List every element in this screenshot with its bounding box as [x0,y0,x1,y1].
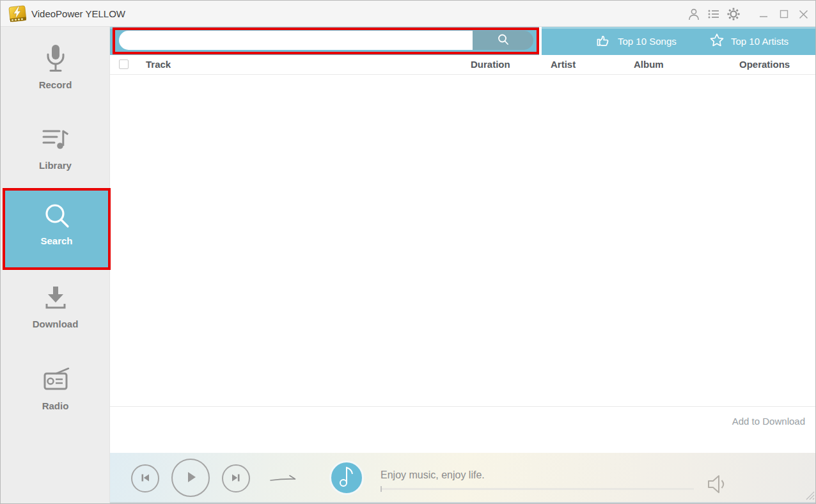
now-playing-text: Enjoy music, enjoy life. [381,469,485,481]
microphone-icon [1,43,110,74]
close-button[interactable] [795,6,812,22]
window-title: VideoPower YELLOW [31,1,125,27]
download-icon [1,283,110,313]
search-button[interactable] [473,31,533,50]
sidebar-label-download: Download [1,319,110,329]
speaker-icon [705,486,730,497]
titlebar: VideoPower YELLOW [1,1,816,27]
column-header-track[interactable]: Track [146,59,171,70]
settings-gear-icon[interactable] [727,8,740,20]
tab-top-10-songs-label: Top 10 Songs [618,36,677,47]
column-header-duration[interactable]: Duration [471,59,510,70]
sidebar-item-search[interactable]: Search [5,191,108,267]
select-all-checkbox[interactable] [119,59,129,69]
tab-top-10-artists-label: Top 10 Artists [731,36,789,47]
thumbs-up-icon [595,33,611,50]
column-header-operations[interactable]: Operations [739,59,790,70]
skip-previous-icon [139,471,152,486]
sidebar-label-library: Library [1,160,110,171]
tab-top-10-songs[interactable]: Top 10 Songs [595,27,677,55]
sidebar-label-record: Record [1,79,110,90]
search-input[interactable] [119,31,473,50]
tab-top-10-artists[interactable]: Top 10 Artists [709,27,789,55]
playlist-icon[interactable] [707,8,720,20]
app-window: VideoPower YELLOW [0,0,816,504]
music-library-icon [1,124,110,155]
album-art[interactable] [329,461,364,495]
sidebar-item-record[interactable]: Record [1,43,110,90]
search-button-icon [497,33,510,48]
app-logo-icon [7,4,27,23]
sidebar-label-radio: Radio [1,400,110,411]
results-empty-area [110,75,816,406]
content-footer-divider [110,406,816,407]
column-header-artist[interactable]: Artist [551,59,576,70]
play-mode-button[interactable] [269,472,298,485]
previous-track-button[interactable] [131,464,159,492]
strip-gap [539,27,542,55]
resize-grip[interactable] [805,491,815,500]
table-header: Track Duration Artist Album Operations [110,55,816,75]
add-to-download-button[interactable]: Add to Download [732,416,805,427]
maximize-button[interactable] [776,6,792,22]
search-icon [5,201,108,232]
sidebar-item-library[interactable]: Library [1,124,110,171]
sidebar-item-radio[interactable]: Radio [1,365,110,411]
play-icon [182,469,199,487]
sidebar: Record Library [1,27,110,504]
progress-handle[interactable] [381,486,382,492]
play-button[interactable] [171,459,210,497]
minimize-button[interactable] [755,6,772,22]
player-bar: Enjoy music, enjoy life. [110,453,816,503]
skip-next-icon [230,471,242,486]
sequential-play-arrow-icon [269,476,298,487]
column-header-album[interactable]: Album [634,59,664,70]
sidebar-label-search: Search [5,235,108,246]
account-icon[interactable] [687,8,700,20]
music-note-icon [337,464,356,491]
volume-button[interactable] [705,473,730,495]
star-icon [709,33,725,50]
radio-icon [1,365,110,395]
sidebar-item-download[interactable]: Download [1,283,110,329]
next-track-button[interactable] [222,464,250,492]
progress-bar[interactable] [381,488,694,490]
